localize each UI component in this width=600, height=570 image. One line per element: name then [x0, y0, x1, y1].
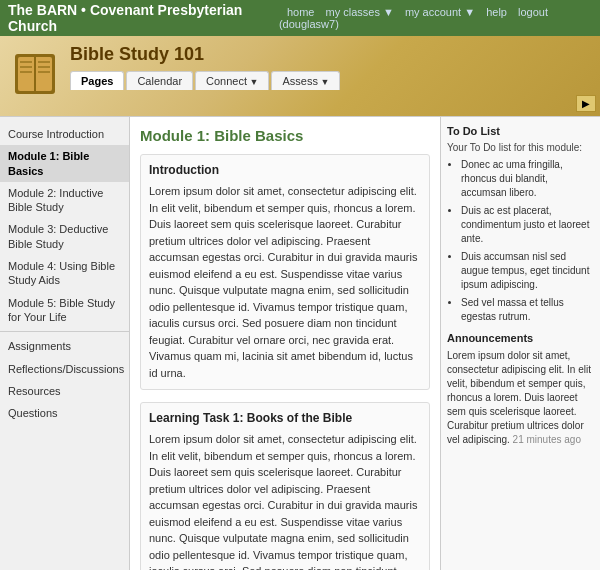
sidebar-item-questions[interactable]: Questions	[0, 402, 129, 424]
todo-intro: Your To Do list for this module:	[447, 142, 594, 153]
svg-rect-8	[38, 71, 50, 73]
announcements-body: Lorem ipsum dolor sit amet, consectetur …	[447, 349, 594, 447]
todo-heading: To Do List	[447, 125, 594, 137]
announcements-heading: Announcements	[447, 332, 594, 344]
svg-rect-6	[38, 61, 50, 63]
announcements-time: 21 minutes ago	[513, 434, 581, 445]
learning-task-1-section: Learning Task 1: Books of the Bible Lore…	[140, 402, 430, 570]
svg-rect-4	[20, 66, 32, 68]
site-title: The BARN • Covenant Presbyterian Church	[8, 2, 279, 34]
sidebar-item-module2[interactable]: Module 2: Inductive Bible Study	[0, 182, 129, 219]
sidebar-item-module1[interactable]: Module 1: Bible Basics	[0, 145, 129, 182]
top-navigation: The BARN • Covenant Presbyterian Church …	[0, 0, 600, 36]
course-nav-tabs: Pages Calendar Connect Assess	[70, 71, 590, 90]
main-content: Module 1: Bible Basics Introduction Lore…	[130, 117, 440, 570]
svg-rect-3	[20, 61, 32, 63]
sidebar-item-course-intro[interactable]: Course Introduction	[0, 123, 129, 145]
sidebar-item-module3[interactable]: Module 3: Deductive Bible Study	[0, 218, 129, 255]
learning-task-1-body: Lorem ipsum dolor sit amet, consectetur …	[149, 431, 421, 570]
introduction-heading: Introduction	[149, 163, 421, 177]
todo-item-1: Donec ac uma fringilla, rhoncus dui blan…	[461, 158, 594, 200]
sidebar-divider	[0, 331, 129, 332]
announcements-text-content: Lorem ipsum dolor sit amet, consectetur …	[447, 350, 591, 445]
course-icon	[10, 49, 60, 99]
nav-home[interactable]: home	[287, 6, 315, 18]
learning-task-1-heading: Learning Task 1: Books of the Bible	[149, 411, 421, 425]
tab-connect[interactable]: Connect	[195, 71, 269, 90]
announcements-section: Announcements Lorem ipsum dolor sit amet…	[447, 332, 594, 447]
course-header: Bible Study 101 Pages Calendar Connect A…	[0, 36, 600, 116]
sidebar-item-module4[interactable]: Module 4: Using Bible Study Aids	[0, 255, 129, 292]
todo-list: Donec ac uma fringilla, rhoncus dui blan…	[447, 158, 594, 324]
tab-assess[interactable]: Assess	[271, 71, 340, 90]
todo-item-2: Duis ac est placerat, condimentum justo …	[461, 204, 594, 246]
main-layout: Course Introduction Module 1: Bible Basi…	[0, 116, 600, 570]
nav-my-classes[interactable]: my classes ▼	[325, 6, 393, 18]
tab-calendar[interactable]: Calendar	[126, 71, 193, 90]
sidebar: Course Introduction Module 1: Bible Basi…	[0, 117, 130, 570]
sidebar-item-resources[interactable]: Resources	[0, 380, 129, 402]
page-title: Module 1: Bible Basics	[140, 127, 430, 144]
todo-item-4: Sed vel massa et tellus egestas rutrum.	[461, 296, 594, 324]
introduction-section: Introduction Lorem ipsum dolor sit amet,…	[140, 154, 430, 390]
header-right: Bible Study 101 Pages Calendar Connect A…	[70, 44, 590, 90]
svg-rect-5	[20, 71, 32, 73]
course-title: Bible Study 101	[70, 44, 590, 65]
scroll-right-button[interactable]: ▶	[576, 95, 596, 112]
nav-help[interactable]: help	[486, 6, 507, 18]
introduction-body: Lorem ipsum dolor sit amet, consectetur …	[149, 183, 421, 381]
sidebar-item-assignments[interactable]: Assignments	[0, 335, 129, 357]
svg-rect-7	[38, 66, 50, 68]
right-panel: To Do List Your To Do list for this modu…	[440, 117, 600, 570]
sidebar-item-reflections[interactable]: Reflections/Discussions	[0, 358, 129, 380]
top-nav-links: home my classes ▼ my account ▼ help logo…	[279, 6, 592, 30]
tab-pages[interactable]: Pages	[70, 71, 124, 90]
todo-item-3: Duis accumsan nisl sed augue tempus, ege…	[461, 250, 594, 292]
nav-my-account[interactable]: my account ▼	[405, 6, 475, 18]
sidebar-item-module5[interactable]: Module 5: Bible Study for Your Life	[0, 292, 129, 329]
